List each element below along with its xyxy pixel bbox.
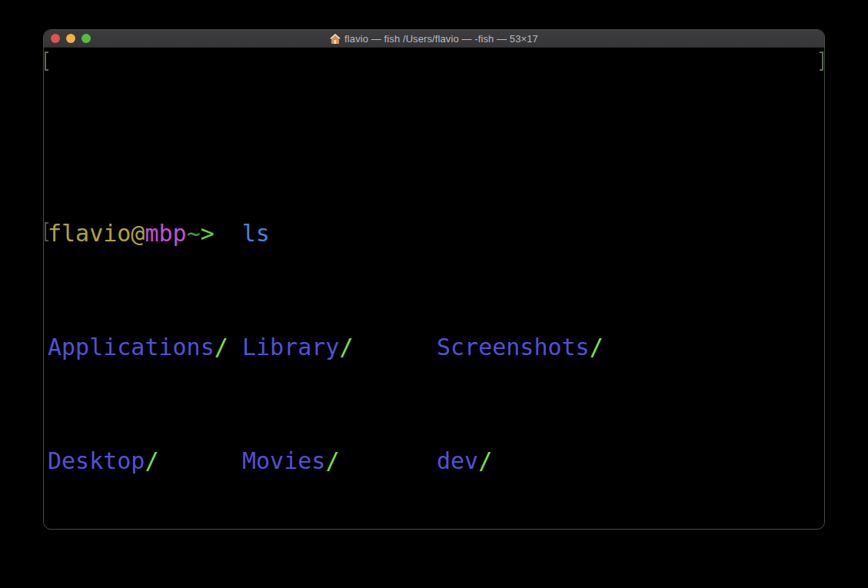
list-item: Desktop/ [48,447,242,475]
zoom-button[interactable] [81,34,91,43]
list-item: Applications/ [48,333,242,361]
directory-name: dev [437,447,478,474]
prompt-cwd: ~ [187,220,201,247]
prompt-mark-right-icon [820,51,823,71]
directory-slash: / [215,334,228,360]
ls-output-row: Applications/Library/Screenshots/ [48,333,824,361]
directory-slash: / [339,334,353,360]
desktop: flavio — fish /Users/flavio — -fish — 53… [0,0,868,588]
prompt-user: flavio@ [48,220,145,247]
terminal-screen[interactable]: flavio@mbp~>ls Applications/Library/Scre… [44,48,824,529]
minimize-button[interactable] [66,34,75,43]
list-item: Library/ [242,333,437,361]
directory-name: Desktop [48,447,145,474]
directory-slash: / [325,447,339,474]
list-item: Movies/ [242,447,437,475]
window-title: flavio — fish /Users/flavio — -fish — 53… [344,33,538,45]
prompt-mark-left-icon [45,51,48,71]
directory-name: Movies [242,447,325,474]
command-text: ls [242,220,270,247]
directory-name: Applications [48,334,215,360]
prompt-line-executed: flavio@mbp~>ls [48,219,824,247]
home-icon [330,34,341,44]
list-item: Screenshots/ [437,333,631,361]
close-button[interactable] [51,34,60,43]
ls-output-row: Desktop/Movies/dev/ [48,447,824,475]
directory-slash: / [590,334,604,360]
directory-name: Screenshots [437,334,590,360]
directory-slash: / [478,447,492,474]
prompt-arrow: > [201,220,215,247]
window-titlebar[interactable]: flavio — fish /Users/flavio — -fish — 53… [44,30,824,48]
terminal-window: flavio — fish /Users/flavio — -fish — 53… [43,29,825,530]
list-item: dev/ [437,447,631,475]
prompt-mark-left-icon [45,222,48,241]
prompt-host: mbp [145,220,186,247]
traffic-lights [51,30,91,47]
directory-slash: / [145,447,158,474]
directory-name: Library [242,334,339,360]
